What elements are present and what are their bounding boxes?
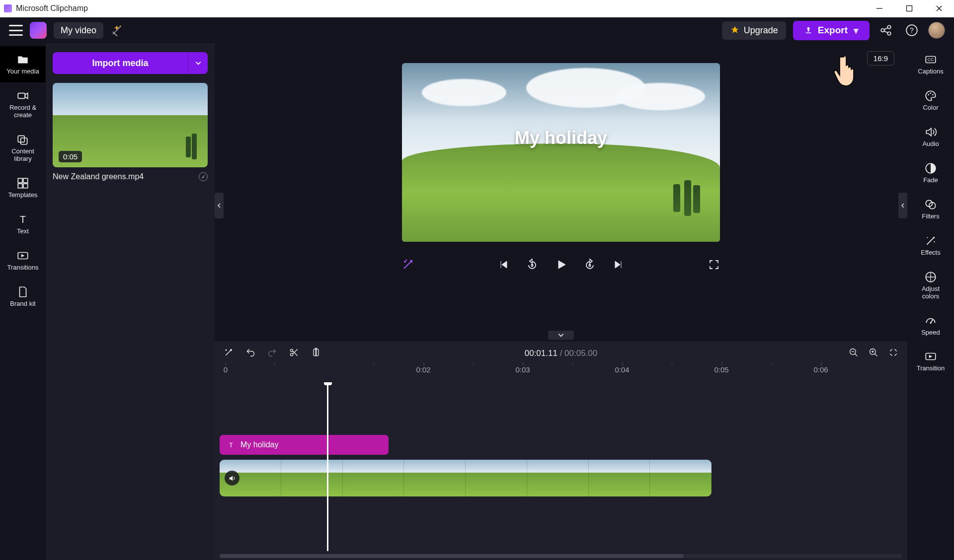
svg-rect-1 [907,6,912,11]
undo-button[interactable] [245,348,255,359]
svg-point-48 [933,237,935,238]
svg-rect-13 [18,93,25,99]
play-button[interactable] [555,259,567,273]
svg-point-43 [930,92,932,94]
svg-text:T: T [20,213,26,224]
svg-text:5: 5 [531,263,534,268]
preview-text-overlay: My holiday [515,128,607,148]
window-titlebar: Microsoft Clipchamp [0,0,954,17]
svg-rect-14 [18,136,24,142]
import-media-button[interactable]: Import media [53,52,188,74]
svg-text:CC: CC [928,57,934,62]
panel-filters[interactable]: Filters [907,191,954,227]
clipchamp-logo [30,22,47,39]
menu-button[interactable] [9,25,23,36]
split-button[interactable] [289,348,299,359]
nav-your-media[interactable]: Your media [0,46,46,82]
collapse-right-panel[interactable] [898,193,907,218]
svg-point-23 [406,260,407,261]
nav-templates[interactable]: Templates [0,170,46,206]
svg-rect-16 [18,178,22,183]
expand-timeline-button[interactable] [548,331,574,340]
redo-button[interactable] [267,348,277,359]
window-minimize-button[interactable] [865,0,894,17]
help-icon[interactable]: ? [905,24,918,37]
panel-adjust-colors[interactable]: Adjust colors [907,264,954,307]
nav-text[interactable]: T Text [0,206,46,242]
video-preview[interactable]: My holiday [402,63,720,242]
rewind-5s-button[interactable]: 5 [526,259,538,273]
collapse-left-panel[interactable] [215,193,224,218]
project-name[interactable]: My video [54,22,103,39]
panel-transition[interactable]: Transition [907,343,954,379]
svg-point-22 [404,261,406,263]
clip-audio-icon[interactable] [225,471,239,486]
svg-rect-18 [18,184,22,188]
svg-rect-19 [23,184,28,188]
app-icon [4,4,12,12]
svg-point-50 [934,241,935,242]
media-clip[interactable]: 0:05 New Zealand greens.mp4 ✓ [53,83,208,181]
zoom-fit-button[interactable] [888,348,898,359]
svg-point-49 [927,237,928,238]
panel-effects[interactable]: Effects [907,227,954,264]
svg-point-44 [932,94,934,95]
right-property-rail: CC Captions Color Audio Fade Filters [907,43,954,560]
timeline-playhead[interactable] [327,382,328,551]
nav-content-library[interactable]: Content library [0,126,46,170]
svg-line-10 [884,31,888,33]
timeline-video-clip[interactable] [220,460,712,496]
auto-compose-button[interactable] [224,348,234,359]
svg-point-26 [231,350,232,351]
svg-rect-17 [23,178,28,183]
svg-point-7 [887,25,891,29]
upgrade-button[interactable]: Upgrade [722,21,786,40]
timeline-ruler[interactable]: 0 0:01 0:02 0:03 0:04 0:05 0:06 [220,365,902,382]
nav-brand-kit[interactable]: Brand kit [0,279,46,315]
panel-captions[interactable]: CC Captions [907,46,954,82]
user-avatar[interactable] [928,22,945,39]
import-media-dropdown[interactable] [188,52,208,74]
share-icon[interactable] [879,24,892,37]
window-title: Microsoft Clipchamp [16,4,88,13]
window-maximize-button[interactable] [894,0,924,17]
forward-5s-button[interactable]: 5 [584,259,596,273]
fullscreen-button[interactable] [708,259,720,273]
media-panel: Import media 0:05 New Zealand greens.mp4… [46,43,215,560]
nav-record-create[interactable]: Record & create [0,82,46,126]
panel-color[interactable]: Color [907,82,954,119]
svg-line-9 [884,28,888,30]
timeline-timecode: 00:01.11 / 00:05.00 [525,349,598,358]
skip-end-button[interactable] [613,259,625,273]
aspect-ratio-button[interactable]: 16:9 [867,51,894,66]
timeline-scrollbar[interactable] [220,554,902,558]
svg-rect-31 [316,349,317,355]
ai-tools-button[interactable] [402,259,414,273]
timeline-text-clip[interactable]: T My holiday [220,435,389,455]
svg-point-6 [881,29,884,32]
svg-text:?: ? [910,26,914,34]
auto-enhance-icon[interactable] [110,24,123,37]
panel-audio[interactable]: Audio [907,119,954,155]
timeline: 00:01.11 / 00:05.00 0 0:01 0:02 0:03 [215,342,907,560]
upgrade-label: Upgrade [744,25,778,36]
svg-text:5: 5 [589,263,591,268]
left-navigation-rail: Your media Record & create Content libra… [0,43,46,560]
clip-duration-badge: 0:05 [59,151,82,162]
panel-speed[interactable]: Speed [907,307,954,344]
window-close-button[interactable] [924,0,954,17]
zoom-in-button[interactable] [869,348,878,359]
clip-filename: New Zealand greens.mp4 [53,172,144,181]
svg-rect-5 [806,33,811,34]
zoom-out-button[interactable] [849,348,859,359]
panel-fade[interactable]: Fade [907,155,954,191]
export-label: Export [818,25,848,36]
skip-start-button[interactable] [497,259,509,273]
svg-point-27 [226,350,227,350]
export-button[interactable]: Export ▾ [793,21,870,40]
delete-button[interactable] [311,348,321,359]
nav-transitions[interactable]: Transitions [0,242,46,279]
svg-point-53 [930,322,931,323]
svg-point-8 [887,32,891,35]
svg-rect-15 [21,138,27,144]
